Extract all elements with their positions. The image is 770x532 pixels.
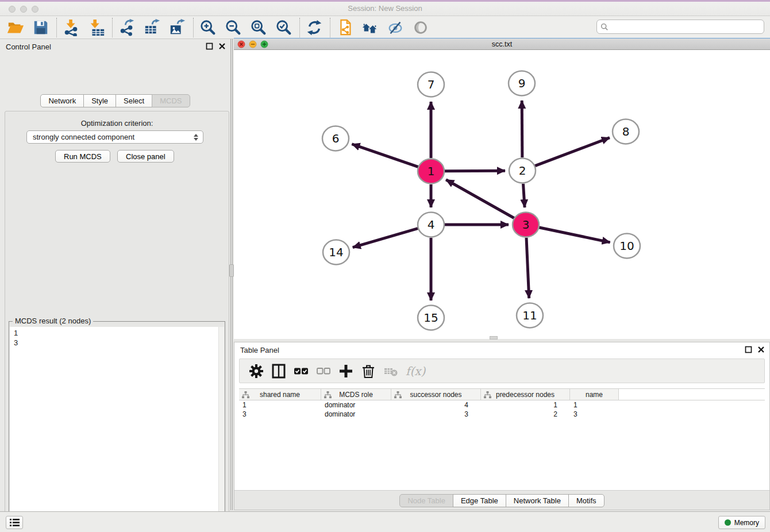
float-panel-icon[interactable]	[206, 43, 213, 50]
tab-network[interactable]: Network	[40, 94, 84, 107]
hide-details-button[interactable]	[386, 18, 405, 37]
cell[interactable]: 3	[239, 410, 321, 419]
node-1[interactable]: 1	[418, 159, 444, 184]
column-header-predecessor-nodes[interactable]: predecessor nodes	[481, 389, 570, 400]
zoom-out-button[interactable]	[224, 18, 243, 37]
search-box[interactable]	[596, 20, 764, 34]
tab-mcds[interactable]: MCDS	[152, 94, 190, 107]
result-scrollbar[interactable]	[218, 327, 224, 532]
node-7[interactable]: 7	[418, 72, 444, 97]
network-canvas[interactable]: 7968124314101511	[234, 50, 770, 339]
apply-layout-button[interactable]	[305, 18, 324, 37]
edge-4-14[interactable]	[353, 228, 418, 247]
float-table-panel-icon[interactable]	[745, 346, 752, 353]
column-header-shared-name[interactable]: shared name	[239, 389, 321, 400]
close-panel-button[interactable]: Close panel	[117, 150, 174, 163]
node-4[interactable]: 4	[418, 213, 444, 237]
edge-2-8[interactable]	[535, 138, 610, 166]
import-table-button[interactable]	[87, 18, 106, 37]
export-network-button[interactable]	[117, 18, 137, 37]
deselect-all-rows-button[interactable]	[315, 363, 332, 380]
edge-3-1[interactable]	[446, 180, 514, 218]
tab-node-table[interactable]: Node Table	[399, 494, 453, 507]
search-input[interactable]	[611, 21, 764, 33]
mcds-result-text[interactable]: 1 3	[10, 327, 224, 532]
export-image-button[interactable]	[168, 18, 187, 37]
list-icon	[10, 518, 20, 527]
tab-style[interactable]: Style	[83, 94, 116, 107]
run-mcds-button[interactable]: Run MCDS	[55, 150, 110, 163]
open-session-button[interactable]	[6, 18, 25, 37]
clone-network-button[interactable]	[335, 18, 355, 37]
criterion-select[interactable]: strongly connected component	[26, 130, 203, 144]
edge-3-10[interactable]	[539, 228, 610, 242]
network-window-titlebar[interactable]: scc.txt	[234, 38, 770, 50]
tab-motifs[interactable]: Motifs	[568, 494, 605, 507]
edge-3-11[interactable]	[526, 238, 529, 298]
toolbar-separator	[330, 18, 330, 37]
control-panel-tabs: NetworkStyleSelectMCDS	[40, 94, 190, 107]
zoom-in-icon	[199, 19, 217, 36]
table-settings-button[interactable]	[248, 363, 265, 380]
select-all-rows-button[interactable]	[292, 363, 310, 380]
horizontal-splitter-handle[interactable]	[490, 336, 498, 340]
memory-button[interactable]: Memory	[718, 516, 765, 529]
toolbar-separator	[56, 18, 57, 37]
tab-network-table[interactable]: Network Table	[506, 494, 569, 507]
node-6[interactable]: 6	[322, 126, 349, 151]
node-9[interactable]: 9	[509, 71, 535, 96]
zoom-out-icon	[225, 19, 242, 36]
import-network-button[interactable]	[61, 18, 81, 37]
open-folder-icon	[7, 19, 24, 36]
edge-2-3[interactable]	[523, 184, 525, 207]
cell[interactable]: 2	[481, 410, 570, 419]
delete-table-button[interactable]	[382, 363, 399, 380]
node-8[interactable]: 8	[613, 119, 639, 144]
column-header-name[interactable]: name	[570, 389, 619, 400]
show-graphics-details-button[interactable]	[411, 18, 430, 37]
zoom-selected-button[interactable]	[274, 18, 294, 37]
node-table[interactable]: shared nameMCDS rolesuccessor nodesprede…	[239, 388, 765, 487]
apply-function-button[interactable]: f(x)	[406, 364, 425, 378]
close-panel-icon[interactable]	[218, 43, 226, 50]
zoom-fit-button[interactable]	[249, 18, 268, 37]
destroy-network-view-button[interactable]	[360, 18, 380, 37]
export-table-button[interactable]	[143, 18, 162, 37]
node-10[interactable]: 10	[614, 234, 640, 259]
column-header-MCDS-role[interactable]: MCDS role	[321, 389, 391, 400]
task-history-button[interactable]	[6, 516, 23, 529]
table-panel: Table Panel f(x) shared nameMCDS rolesuc…	[234, 342, 770, 510]
node-14[interactable]: 14	[323, 240, 349, 265]
svg-text:9: 9	[518, 76, 526, 90]
cell[interactable]: 1	[239, 400, 321, 410]
edge-1-6[interactable]	[352, 144, 418, 167]
cell[interactable]: 1	[570, 400, 619, 410]
edge-1-2[interactable]	[444, 171, 505, 171]
cell[interactable]: 3	[391, 410, 481, 419]
tab-select[interactable]: Select	[116, 94, 152, 107]
save-session-button[interactable]	[31, 18, 51, 37]
column-selector-button[interactable]	[270, 363, 287, 380]
tab-edge-table[interactable]: Edge Table	[453, 494, 506, 507]
node-2[interactable]: 2	[509, 159, 536, 183]
columns-icon	[271, 364, 286, 379]
node-3[interactable]: 3	[513, 213, 539, 237]
column-header-successor-nodes[interactable]: successor nodes	[391, 389, 481, 400]
splitter-handle[interactable]	[229, 264, 234, 277]
zoom-in-button[interactable]	[198, 18, 218, 37]
table-row[interactable]: 3dominator323	[239, 410, 765, 419]
close-table-panel-icon[interactable]	[757, 346, 765, 353]
delete-column-button[interactable]	[360, 363, 377, 380]
add-column-button[interactable]	[337, 363, 355, 380]
cell[interactable]: dominator	[321, 400, 391, 410]
cell[interactable]: dominator	[321, 410, 391, 419]
search-icon	[600, 23, 609, 31]
cell[interactable]: 1	[481, 400, 570, 410]
table-row[interactable]: 1dominator411	[239, 400, 765, 410]
cell[interactable]: 4	[391, 400, 481, 410]
node-15[interactable]: 15	[418, 306, 444, 330]
cell[interactable]: 3	[570, 410, 619, 419]
network-view-window: scc.txt 7968124314101511	[234, 38, 770, 339]
node-11[interactable]: 11	[517, 303, 543, 328]
edge-2-9[interactable]	[522, 101, 522, 157]
